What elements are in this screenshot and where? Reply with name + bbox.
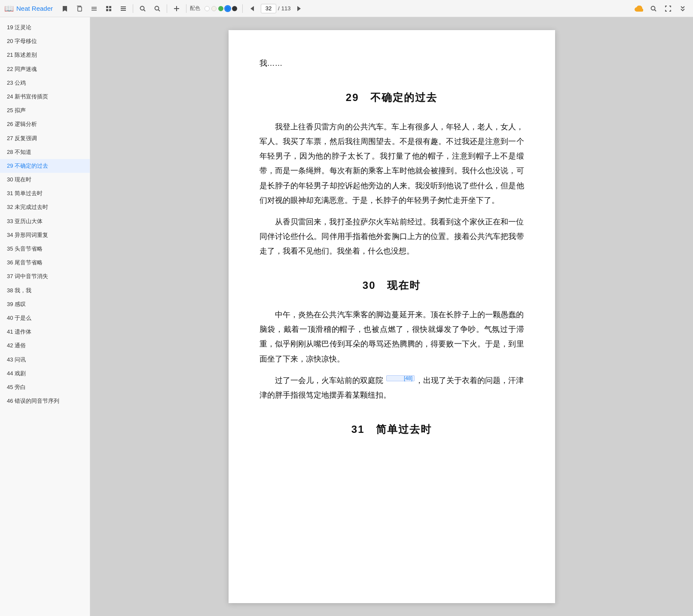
divider-3 (186, 4, 186, 13)
sidebar-item-20[interactable]: 20 字母移位 (0, 34, 90, 48)
sidebar-item-34[interactable]: 34 异形同词重复 (0, 228, 90, 242)
main-layout: 19 泛灵论 20 字母移位 21 陈述差别 22 同声迷魂 23 公鸡 24 … (0, 17, 693, 616)
list-icon[interactable] (117, 3, 129, 15)
svg-rect-0 (78, 7, 82, 11)
chapter-30-para-1: 中午，炎热在公共汽车乘客的脚边蔓延开来。顶在长脖子上的一颗愚蠢的脑袋，戴着一顶滑… (259, 307, 524, 366)
next-page-button[interactable] (293, 3, 305, 15)
svg-point-13 (155, 6, 159, 10)
chapter-31-title: 简单过去时 (376, 423, 432, 435)
footnote-48: [48] (386, 375, 415, 381)
sidebar-item-41[interactable]: 41 遗作体 (0, 325, 90, 339)
svg-rect-1 (92, 7, 97, 8)
sidebar-item-25[interactable]: 25 拟声 (0, 104, 90, 117)
chapter-29-number: 29 (346, 92, 359, 103)
divider-1 (133, 4, 133, 13)
sidebar-item-39[interactable]: 39 感叹 (0, 297, 90, 311)
fullscreen-icon[interactable] (662, 3, 674, 15)
sidebar-item-37[interactable]: 37 词中音节消失 (0, 270, 90, 283)
prev-page-button[interactable] (246, 3, 258, 15)
color-label: 配色 (190, 5, 200, 12)
sidebar-item-21[interactable]: 21 陈述差别 (0, 48, 90, 62)
chapter-29-heading: 29 不确定的过去 (259, 88, 524, 107)
bookmark-icon[interactable] (59, 3, 71, 15)
svg-rect-2 (92, 8, 97, 9)
search-icon[interactable] (137, 3, 149, 15)
sidebar-item-30[interactable]: 30 现在时 (0, 173, 90, 187)
chapter-31-heading: 31 简单过去时 (259, 420, 524, 439)
svg-line-12 (144, 9, 146, 11)
content-area: 我…… 29 不确定的过去 我登上往香贝雷方向的公共汽车。车上有很多人，年轻人，… (90, 17, 693, 616)
page-input[interactable]: 32 (261, 4, 276, 13)
color-white-1[interactable] (205, 6, 210, 11)
sidebar-item-38[interactable]: 38 我，我 (0, 284, 90, 297)
chapter-29-para-1: 我登上往香贝雷方向的公共汽车。车上有很多人，年轻人，老人，女人，军人。我买了车票… (259, 120, 524, 208)
chapter-30-number: 30 (363, 279, 376, 291)
app-icon: 📖 (4, 4, 14, 13)
sidebar-item-40[interactable]: 40 于是么 (0, 311, 90, 325)
sidebar-item-24[interactable]: 24 新书宣传插页 (0, 90, 90, 104)
color-blue[interactable] (225, 6, 230, 11)
toolbar-right (633, 3, 689, 15)
chapter-29-para-2: 从香贝雷回来，我打圣拉萨尔火车站前经过。我看到这个家伙正在和一位同伴讨论些什么。… (259, 215, 524, 259)
color-white-2[interactable] (211, 6, 217, 11)
page-container: 我…… 29 不确定的过去 我登上往香贝雷方向的公共汽车。车上有很多人，年轻人，… (229, 30, 555, 603)
chapter-30-heading: 30 现在时 (259, 276, 524, 295)
svg-marker-17 (250, 6, 254, 11)
svg-rect-8 (121, 6, 126, 7)
color-selector (205, 6, 237, 11)
grid-icon[interactable] (103, 3, 115, 15)
chapter-30-title: 现在时 (387, 279, 421, 291)
search3-icon[interactable] (647, 3, 659, 15)
search2-icon[interactable] (151, 3, 163, 15)
app-brand: 📖 Neat Reader (4, 4, 53, 13)
sidebar-item-31[interactable]: 31 简单过去时 (0, 187, 90, 200)
svg-rect-7 (109, 9, 111, 11)
sidebar-item-46[interactable]: 46 错误的同音节序列 (0, 394, 90, 408)
svg-rect-10 (121, 10, 126, 11)
sidebar-item-32[interactable]: 32 未完成过去时 (0, 200, 90, 214)
copy-icon[interactable] (73, 3, 85, 15)
svg-marker-18 (297, 6, 301, 11)
intro-line: 我…… (259, 56, 524, 70)
chapter-31-number: 31 (351, 423, 365, 435)
sidebar-item-36[interactable]: 36 尾音节省略 (0, 256, 90, 270)
sidebar-item-45[interactable]: 45 旁白 (0, 380, 90, 394)
divider-2 (167, 4, 167, 13)
sidebar-item-26[interactable]: 26 逻辑分析 (0, 117, 90, 131)
svg-point-19 (651, 6, 655, 10)
svg-point-11 (140, 6, 144, 10)
chapter-29-title: 不确定的过去 (370, 92, 437, 103)
page-total: 113 (281, 5, 291, 12)
sidebar-item-28[interactable]: 28 不知道 (0, 145, 90, 159)
svg-line-20 (655, 9, 656, 11)
color-green[interactable] (218, 6, 223, 11)
book-content: 我…… 29 不确定的过去 我登上往香贝雷方向的公共汽车。车上有很多人，年轻人，… (259, 56, 524, 439)
sidebar-item-33[interactable]: 33 亚历山大体 (0, 215, 90, 228)
page-separator: / (278, 5, 280, 12)
menu-icon[interactable] (88, 3, 100, 15)
svg-rect-3 (92, 10, 97, 11)
toolbar: 📖 Neat Reader 配色 32 / 11 (0, 0, 693, 17)
sidebar-item-42[interactable]: 42 通俗 (0, 339, 90, 352)
svg-rect-16 (174, 8, 179, 9)
svg-rect-5 (109, 6, 111, 8)
svg-rect-9 (121, 8, 126, 9)
collapse-icon[interactable] (677, 3, 689, 15)
app-title: Neat Reader (16, 5, 53, 12)
sidebar-item-19[interactable]: 19 泛灵论 (0, 21, 90, 34)
sidebar-item-43[interactable]: 43 问讯 (0, 353, 90, 367)
sidebar-item-23[interactable]: 23 公鸡 (0, 76, 90, 90)
sidebar: 19 泛灵论 20 字母移位 21 陈述差别 22 同声迷魂 23 公鸡 24 … (0, 17, 90, 616)
sidebar-item-44[interactable]: 44 戏剧 (0, 367, 90, 380)
svg-rect-4 (106, 6, 108, 8)
sidebar-item-27[interactable]: 27 反复强调 (0, 132, 90, 145)
sidebar-item-22[interactable]: 22 同声迷魂 (0, 62, 90, 76)
svg-rect-6 (106, 9, 108, 11)
sidebar-item-29[interactable]: 29 不确定的过去 (0, 159, 90, 173)
color-dark[interactable] (232, 6, 237, 11)
divider-4 (242, 4, 243, 13)
cloud-icon[interactable] (633, 3, 645, 15)
svg-line-14 (159, 9, 160, 11)
plus-icon[interactable] (171, 3, 183, 15)
sidebar-item-35[interactable]: 35 头音节省略 (0, 242, 90, 256)
